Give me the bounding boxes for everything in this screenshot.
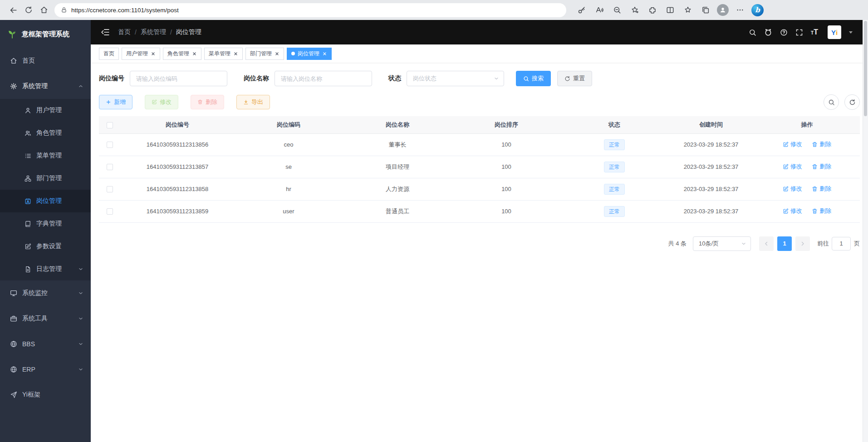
back-icon[interactable] (5, 2, 21, 18)
sidebar-item-role-mgmt[interactable]: 角色管理 (0, 122, 91, 144)
home-icon[interactable] (36, 2, 52, 18)
search-button[interactable]: 搜索 (516, 71, 551, 86)
sidebar-item-dept-mgmt[interactable]: 部门管理 (0, 167, 91, 190)
profile-avatar[interactable] (717, 4, 729, 16)
sidebar-item-system-tools[interactable]: 系统工具 (0, 306, 91, 331)
pagination-total: 共 4 条 (668, 240, 687, 248)
cell-created: 2023-03-29 18:52:37 (668, 156, 754, 178)
table-row: 1641030593112313857 se 项目经理 100 正常 2023-… (99, 156, 860, 178)
breadcrumb: 首页 / 系统管理 / 岗位管理 (118, 28, 201, 36)
sidebar-item-system-monitor[interactable]: 系统监控 (0, 280, 91, 306)
sidebar-item-erp[interactable]: ERP (0, 357, 91, 382)
sidebar-item-log-mgmt[interactable]: 日志管理 (0, 258, 91, 280)
export-button[interactable]: 导出 (236, 95, 270, 109)
password-key-icon[interactable] (575, 2, 588, 18)
prev-page-button[interactable] (759, 236, 774, 251)
header-search-icon[interactable] (749, 29, 756, 36)
sidebar-item-menu-mgmt[interactable]: 菜单管理 (0, 144, 91, 167)
scrollbar-thumb[interactable] (864, 21, 867, 116)
sidebar-item-system-mgmt[interactable]: 系统管理 (0, 74, 91, 99)
col-status: 状态 (561, 116, 668, 133)
row-delete-button[interactable]: 删除 (812, 140, 831, 148)
bing-copilot-icon[interactable]: b (751, 4, 764, 16)
tab-menu-mgmt[interactable]: 菜单管理 (204, 48, 243, 60)
monitor-icon (10, 290, 17, 297)
close-icon[interactable] (322, 51, 327, 56)
app-title: 意框架管理系统 (22, 30, 69, 39)
cell-created: 2023-03-29 18:52:37 (668, 133, 754, 156)
post-mgmt-page: 岗位编号 岗位名称 状态 岗位状态 搜索 (91, 63, 868, 442)
tab-post-mgmt[interactable]: 岗位管理 (287, 48, 332, 60)
row-edit-button[interactable]: 修改 (783, 162, 802, 171)
tab-home[interactable]: 首页 (99, 48, 119, 60)
row-checkbox[interactable] (107, 164, 113, 170)
row-checkbox[interactable] (107, 142, 113, 148)
next-page-button[interactable] (795, 236, 810, 251)
sidebar-item-home[interactable]: 首页 (0, 48, 91, 74)
reset-button[interactable]: 重置 (557, 71, 592, 86)
row-checkbox[interactable] (107, 186, 113, 192)
show-search-toggle-button[interactable] (824, 94, 839, 110)
tab-label: 岗位管理 (298, 50, 319, 58)
tab-user-mgmt[interactable]: 用户管理 (122, 48, 160, 60)
split-screen-icon[interactable] (664, 2, 677, 18)
close-icon[interactable] (233, 51, 238, 56)
row-delete-button[interactable]: 删除 (812, 162, 831, 171)
close-icon[interactable] (151, 51, 156, 56)
edit-button[interactable]: 修改 (145, 95, 178, 109)
sidebar-item-user-mgmt[interactable]: 用户管理 (0, 99, 91, 122)
extensions-icon[interactable] (646, 2, 659, 18)
address-bar[interactable]: https://ccnetcore.com:1101/system/post (54, 3, 566, 17)
refresh-table-button[interactable] (844, 94, 860, 110)
caret-down-icon[interactable] (849, 31, 853, 34)
breadcrumb-home[interactable]: 首页 (118, 28, 131, 36)
row-checkbox[interactable] (107, 208, 113, 215)
close-icon[interactable] (192, 51, 197, 56)
help-icon[interactable] (780, 29, 788, 36)
sidebar-item-bbs[interactable]: BBS (0, 331, 91, 357)
tab-dept-mgmt[interactable]: 部门管理 (245, 48, 284, 60)
post-name-input[interactable] (275, 71, 372, 86)
sidebar-item-param-settings[interactable]: 参数设置 (0, 235, 91, 258)
page-scrollbar[interactable] (863, 20, 868, 442)
sidebar-item-yi-framework[interactable]: Yi框架 (0, 382, 91, 408)
row-delete-button[interactable]: 删除 (812, 207, 831, 215)
edit-link-label: 修改 (790, 162, 802, 171)
select-all-checkbox[interactable] (107, 122, 113, 128)
favorite-add-icon[interactable] (628, 2, 641, 18)
page-unit-label: 页 (854, 240, 860, 248)
goto-page-input[interactable] (832, 237, 851, 250)
zoom-out-icon[interactable] (611, 2, 623, 18)
font-size-icon[interactable]: TT (811, 29, 818, 36)
close-icon[interactable] (275, 51, 280, 56)
add-button-label: 新增 (114, 98, 126, 106)
app-logo: 意框架管理系统 (0, 20, 91, 48)
user-logo[interactable]: Yi (828, 25, 841, 39)
github-icon[interactable] (764, 28, 772, 36)
tab-role-mgmt[interactable]: 角色管理 (163, 48, 201, 60)
favorites-bar-icon[interactable] (682, 2, 694, 18)
trash-icon (812, 208, 818, 214)
trash-icon (812, 164, 818, 170)
page-size-select[interactable]: 10条/页 (693, 236, 751, 251)
delete-link-label: 删除 (819, 185, 831, 193)
post-code-input[interactable] (130, 71, 227, 86)
row-edit-button[interactable]: 修改 (783, 185, 802, 193)
sidebar-item-label: 系统监控 (22, 289, 48, 297)
sidebar-toggle-icon[interactable] (101, 28, 110, 37)
page-number-1[interactable]: 1 (777, 236, 792, 251)
more-icon[interactable] (734, 2, 746, 18)
breadcrumb-system[interactable]: 系统管理 (141, 28, 166, 36)
row-edit-button[interactable]: 修改 (783, 207, 802, 215)
refresh-icon[interactable] (21, 2, 36, 18)
sidebar-item-dict-mgmt[interactable]: 字典管理 (0, 212, 91, 235)
fullscreen-icon[interactable] (795, 29, 803, 36)
row-edit-button[interactable]: 修改 (783, 140, 802, 148)
status-select[interactable]: 岗位状态 (407, 71, 504, 86)
delete-button[interactable]: 删除 (191, 95, 224, 109)
add-button[interactable]: 新增 (99, 95, 132, 109)
collections-icon[interactable] (699, 2, 712, 18)
sidebar-item-post-mgmt[interactable]: 岗位管理 (0, 190, 91, 212)
read-aloud-icon[interactable] (593, 2, 606, 18)
row-delete-button[interactable]: 删除 (812, 185, 831, 193)
